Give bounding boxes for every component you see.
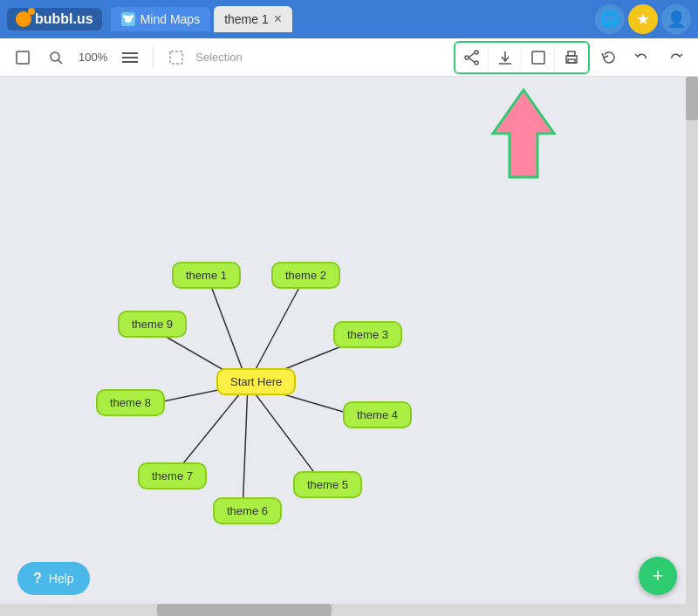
node-theme6[interactable]: theme 6 (213, 497, 282, 524)
svg-point-12 (465, 56, 469, 59)
globe-button[interactable]: 🌐 (595, 4, 625, 34)
svg-line-5 (58, 60, 62, 64)
svg-line-26 (243, 384, 248, 513)
horizontal-scrollbar[interactable] (0, 604, 686, 616)
add-icon: + (653, 565, 664, 587)
tab-mindmaps[interactable]: Mind Maps (111, 7, 210, 31)
svg-marker-30 (493, 90, 554, 177)
share-button[interactable] (455, 43, 489, 72)
node-theme4[interactable]: theme 4 (343, 401, 412, 428)
svg-line-14 (469, 58, 475, 63)
bubble-icon (16, 11, 31, 27)
toolbar-separator (153, 47, 154, 68)
tab-theme1[interactable]: theme 1 × (214, 6, 292, 32)
node-theme5[interactable]: theme 5 (293, 471, 362, 498)
node-theme3[interactable]: theme 3 (333, 321, 402, 348)
node-theme1-label: theme 1 (186, 269, 227, 282)
svg-point-2 (130, 15, 133, 18)
user-button[interactable]: 👤 (661, 4, 691, 34)
node-theme6-label: theme 6 (227, 504, 268, 517)
download-button[interactable] (489, 43, 522, 72)
svg-rect-9 (170, 51, 182, 64)
horizontal-scrollbar-thumb[interactable] (157, 604, 332, 616)
arrow-annotation (489, 86, 558, 173)
selection-label: Selection (195, 51, 242, 64)
help-label: Help (49, 572, 74, 585)
node-theme5-label: theme 5 (307, 478, 348, 491)
svg-point-11 (475, 61, 478, 65)
svg-rect-19 (568, 51, 575, 56)
svg-rect-6 (122, 52, 138, 54)
node-theme9[interactable]: theme 9 (118, 311, 187, 338)
logo-text: bubbl.us (35, 11, 93, 27)
canvas-view-button[interactable] (9, 44, 37, 72)
redo-button[interactable] (661, 44, 689, 72)
add-button[interactable]: + (639, 557, 677, 595)
node-theme8-label: theme 8 (110, 396, 151, 409)
menu-button[interactable] (116, 44, 144, 72)
canvas-area[interactable]: Start Here theme 1 theme 2 theme 3 theme… (0, 77, 698, 616)
svg-rect-7 (122, 57, 138, 58)
node-theme7[interactable]: theme 7 (138, 462, 207, 489)
node-theme9-label: theme 9 (132, 318, 173, 331)
node-theme3-label: theme 3 (347, 328, 388, 341)
svg-point-10 (475, 51, 478, 54)
node-theme8[interactable]: theme 8 (96, 389, 165, 416)
svg-rect-20 (568, 59, 575, 63)
help-button[interactable]: ? Help (17, 562, 90, 595)
svg-rect-17 (532, 51, 544, 64)
node-theme2[interactable]: theme 2 (271, 262, 340, 289)
close-tab-icon[interactable]: × (274, 11, 282, 27)
svg-point-4 (51, 52, 59, 61)
svg-point-1 (123, 15, 127, 18)
mindmaps-tab-icon (121, 12, 135, 26)
zoom-level: 100% (75, 51, 111, 64)
toolbar: 100% Selection (0, 38, 698, 77)
scrollbar-thumb[interactable] (686, 77, 698, 120)
action-buttons-group (454, 41, 590, 74)
svg-line-13 (469, 52, 475, 58)
scrollbar-right[interactable] (686, 77, 698, 616)
active-tab-label: theme 1 (224, 12, 269, 26)
selection-mode-button[interactable] (162, 44, 190, 72)
star-button[interactable]: ★ (628, 4, 658, 34)
fullscreen-button[interactable] (522, 43, 555, 72)
print-button[interactable] (555, 43, 588, 72)
top-navigation: bubbl.us Mind Maps theme 1 × 🌐 ★ 👤 (0, 0, 698, 38)
node-theme2-label: theme 2 (285, 269, 326, 282)
center-node-label: Start Here (230, 375, 282, 388)
history-button[interactable] (595, 44, 623, 72)
logo[interactable]: bubbl.us (7, 8, 102, 31)
node-theme7-label: theme 7 (152, 469, 193, 483)
undo-button[interactable] (628, 44, 656, 72)
zoom-button[interactable] (42, 44, 70, 72)
center-node[interactable]: Start Here (216, 368, 296, 395)
node-theme4-label: theme 4 (357, 408, 398, 421)
mindmaps-tab-label: Mind Maps (140, 12, 200, 26)
svg-rect-8 (122, 61, 138, 63)
help-icon: ? (33, 571, 42, 586)
svg-rect-3 (17, 51, 29, 64)
node-theme1[interactable]: theme 1 (172, 262, 241, 289)
